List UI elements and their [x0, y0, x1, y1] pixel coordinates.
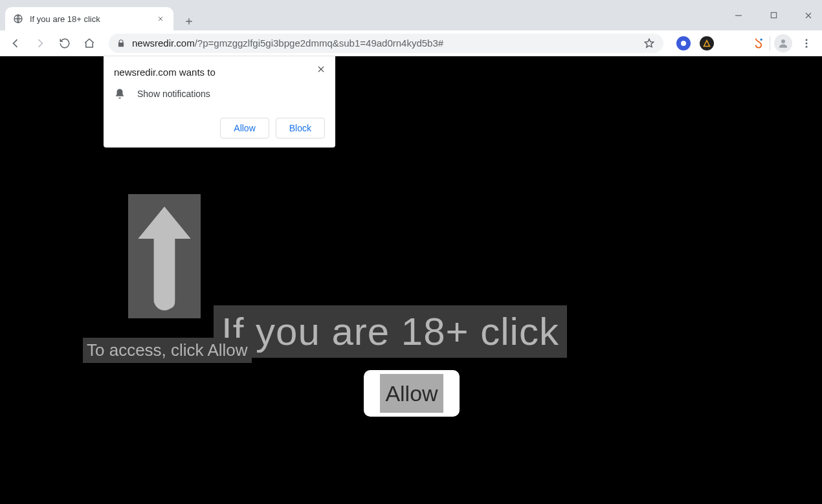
permission-request-row: Show notifications: [114, 88, 325, 100]
svg-point-5: [806, 39, 808, 41]
bell-icon: [114, 88, 126, 100]
window-controls: [729, 0, 818, 30]
address-bar[interactable]: newsredir.com/?p=gmzggzlfgi5gi3bpge2dmmq…: [109, 34, 663, 53]
tab-strip: If you are 18+ click: [0, 0, 198, 30]
page-headline: If you are 18+ click: [214, 305, 567, 358]
extension-icons: [672, 36, 718, 50]
svg-point-3: [761, 38, 762, 40]
arrow-up-icon: [128, 194, 201, 318]
permission-actions: Allow Block: [114, 118, 325, 138]
browser-toolbar: newsredir.com/?p=gmzggzlfgi5gi3bpge2dmmq…: [0, 30, 822, 56]
url-path: /?p=gmzggzlfgi5gi3bpge2dmmq&sub1=49ad0rn…: [195, 38, 443, 49]
browser-tab[interactable]: If you are 18+ click: [5, 7, 173, 30]
fake-allow-label: Allow: [380, 374, 443, 413]
fake-allow-button[interactable]: Allow: [364, 370, 460, 417]
globe-icon: [13, 14, 23, 24]
svg-point-7: [806, 45, 808, 47]
svg-point-2: [681, 41, 686, 46]
close-window-button[interactable]: [799, 6, 818, 25]
close-icon[interactable]: [155, 14, 166, 24]
toolbar-separator: [770, 36, 770, 50]
back-button[interactable]: [5, 33, 26, 54]
svg-rect-1: [771, 12, 776, 17]
url-domain: newsredir.com: [132, 38, 195, 49]
permission-title: newsredir.com wants to: [114, 67, 325, 78]
browser-titlebar: If you are 18+ click: [0, 0, 822, 30]
page-subtext: To access, click Allow: [83, 338, 252, 363]
block-button[interactable]: Block: [276, 118, 325, 138]
profile-avatar[interactable]: [774, 34, 792, 52]
url-text: newsredir.com/?p=gmzggzlfgi5gi3bpge2dmmq…: [132, 38, 636, 49]
extension-icon-3[interactable]: [751, 36, 766, 50]
minimize-button[interactable]: [729, 6, 748, 25]
svg-point-6: [806, 42, 808, 44]
bookmark-star-icon[interactable]: [643, 37, 656, 50]
close-icon[interactable]: [313, 61, 329, 77]
new-tab-button[interactable]: [180, 12, 198, 30]
extension-icon-2[interactable]: [700, 36, 714, 50]
allow-button[interactable]: Allow: [220, 118, 269, 138]
permission-request-text: Show notifications: [137, 89, 210, 99]
reload-button[interactable]: [54, 33, 75, 54]
tab-title: If you are 18+ click: [30, 14, 149, 24]
maximize-button[interactable]: [764, 6, 783, 25]
lock-icon: [117, 39, 126, 48]
svg-point-4: [781, 39, 785, 43]
browser-menu-button[interactable]: [796, 33, 817, 54]
notification-permission-prompt: newsredir.com wants to Show notification…: [104, 56, 335, 148]
home-button[interactable]: [79, 33, 100, 54]
page-content: newsredir.com wants to Show notification…: [0, 56, 822, 504]
forward-button[interactable]: [30, 33, 50, 54]
extension-icon-1[interactable]: [676, 36, 691, 50]
